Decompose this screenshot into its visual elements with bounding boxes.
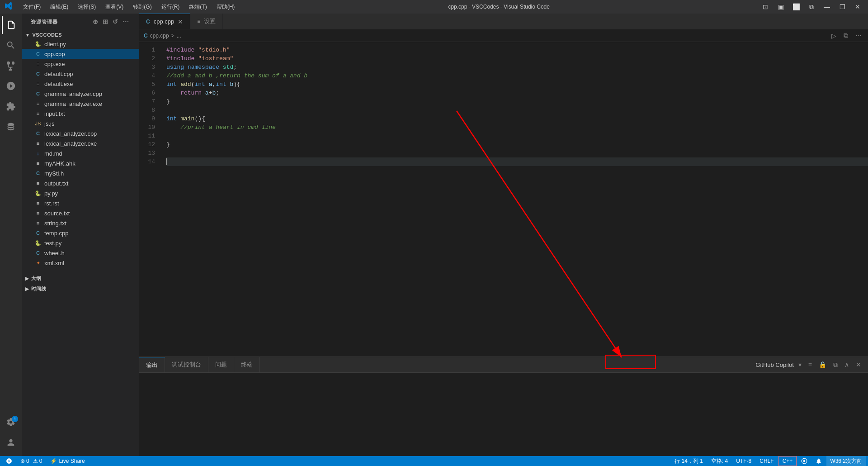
run-file-icon[interactable]: ▷ <box>830 31 838 40</box>
file-item[interactable]: C default.cpp <box>22 69 139 79</box>
file-item[interactable]: ≡ cpp.exe <box>22 59 139 69</box>
live-share-item[interactable]: ⚡ Live Share <box>47 456 88 466</box>
cpp-file-icon: C <box>34 70 42 77</box>
more-actions-icon[interactable]: ⋯ <box>854 31 863 40</box>
panel-tab-output[interactable]: 输出 <box>139 357 165 373</box>
activity-database-icon[interactable] <box>2 118 20 136</box>
file-item[interactable]: JS js.js <box>22 119 139 128</box>
menu-edit[interactable]: 编辑(E) <box>47 2 72 12</box>
file-item[interactable]: ≡ rst.rst <box>22 198 139 208</box>
minimize-button[interactable]: — <box>821 2 833 11</box>
split-editor-icon[interactable]: ⧉ <box>842 31 850 40</box>
file-item[interactable]: 🐍 py.py <box>22 188 139 198</box>
file-item[interactable]: ✦ xml.xml <box>22 258 139 268</box>
restore-button[interactable]: ❐ <box>836 2 848 11</box>
tab-settings-icon: ≡ <box>197 18 200 24</box>
panel-tab-debug[interactable]: 调试控制台 <box>165 357 208 373</box>
panel-close-button[interactable]: ✕ <box>854 360 863 370</box>
file-item[interactable]: C wheel.h <box>22 248 139 258</box>
menu-run[interactable]: 运行(R) <box>158 2 184 12</box>
file-item[interactable]: ↓ md.md <box>22 148 139 158</box>
file-item[interactable]: ≡ input.txt <box>22 109 139 119</box>
remote-status-item[interactable] <box>2 456 16 466</box>
file-name: myStl.h <box>44 170 64 177</box>
file-item[interactable]: ≡ default.exe <box>22 79 139 89</box>
tab-cpp-cpp[interactable]: C cpp.cpp ✕ <box>139 14 190 29</box>
tab-settings[interactable]: ≡ 设置 <box>190 14 223 29</box>
menu-help[interactable]: 帮助(H) <box>213 2 239 12</box>
code-line-10: //print a heart in cmd line <box>166 123 868 132</box>
spaces-item[interactable]: 空格: 4 <box>708 456 731 466</box>
panel-lock-icon[interactable]: 🔒 <box>816 360 829 370</box>
notifications-item[interactable] <box>812 456 826 466</box>
menu-terminal[interactable]: 终端(T) <box>185 2 210 12</box>
toolbar-actions: ▷ ⧉ ⋯ <box>830 31 863 40</box>
timeline-label: 时间线 <box>31 285 46 292</box>
panel-collapse-icon[interactable]: ∧ <box>842 360 851 370</box>
menu-view[interactable]: 查看(V) <box>102 2 127 12</box>
code-editor[interactable]: #include "stdio.h" #include "iostream" u… <box>162 42 868 357</box>
md-file-icon: ↓ <box>34 150 42 157</box>
new-folder-icon[interactable]: ⊞ <box>102 17 109 26</box>
activity-settings-icon[interactable]: 1 <box>2 413 20 431</box>
breadcrumb-file[interactable]: cpp.cpp <box>150 33 169 39</box>
file-item[interactable]: C gramma_analyzer.cpp <box>22 89 139 99</box>
layout4-icon[interactable]: ⧉ <box>806 2 817 11</box>
breadcrumb-symbol[interactable]: ... <box>177 33 181 39</box>
layout3-icon[interactable]: ⬜ <box>790 2 802 11</box>
tab-close-button[interactable]: ✕ <box>178 18 183 25</box>
code-line-4: //add a and b ,return the sum of a and b <box>166 71 868 80</box>
panel-tab-terminal[interactable]: 终端 <box>234 357 260 373</box>
layout-icon[interactable]: ⊡ <box>760 2 771 11</box>
file-item[interactable]: ≡ gramma_analyzer.exe <box>22 99 139 109</box>
txt-file-icon: ≡ <box>34 209 42 217</box>
line-ending-item[interactable]: CRLF <box>756 456 777 466</box>
panel-dropdown-icon[interactable]: ▾ <box>796 360 804 370</box>
close-button[interactable]: ✕ <box>852 2 863 11</box>
file-name: input.txt <box>44 110 65 117</box>
outline-section[interactable]: ▶ 大纲 <box>22 273 139 284</box>
menu-goto[interactable]: 转到(G) <box>129 2 155 12</box>
file-name: lexical_analyzer.exe <box>44 140 97 147</box>
activity-source-control-icon[interactable] <box>2 57 20 75</box>
file-item[interactable]: C myStl.h <box>22 168 139 178</box>
activity-account-icon[interactable] <box>2 433 20 452</box>
panel-tab-problems[interactable]: 问题 <box>208 357 234 373</box>
status-bar: ⊗ 0 ⚠ 0 ⚡ Live Share 行 14，列 1 空格: 4 UTF-… <box>0 456 868 466</box>
activity-run-icon[interactable] <box>2 77 20 95</box>
errors-item[interactable]: ⊗ 0 <box>20 458 29 464</box>
copilot-item[interactable] <box>797 456 811 466</box>
collapse-icon[interactable]: ⋯ <box>122 17 130 26</box>
file-item[interactable]: ≡ myAHK.ahk <box>22 158 139 168</box>
activity-search-icon[interactable] <box>2 36 20 54</box>
warnings-item[interactable]: ⚠ 0 <box>33 458 42 464</box>
editor-area[interactable]: 12345 678910 11121314 #include "stdio.h"… <box>139 42 868 357</box>
encoding-item[interactable]: UTF-8 <box>732 456 755 466</box>
xml-file-icon: ✦ <box>34 259 42 266</box>
menu-file[interactable]: 文件(F) <box>19 2 44 12</box>
file-item[interactable]: ≡ output.txt <box>22 178 139 188</box>
refresh-icon[interactable]: ↺ <box>112 17 119 26</box>
file-item[interactable]: C lexical_analyzer.cpp <box>22 128 139 138</box>
file-item[interactable]: C temp.cpp <box>22 228 139 238</box>
file-item[interactable]: ≡ string.txt <box>22 218 139 228</box>
cursor-position-item[interactable]: 行 14，列 1 <box>671 456 707 466</box>
file-item[interactable]: 🐍 client.py <box>22 39 139 49</box>
file-name: default.cpp <box>44 71 73 77</box>
extra-status-item[interactable]: W36 2次方向 <box>826 456 866 466</box>
layout2-icon[interactable]: ▣ <box>775 2 787 11</box>
file-item[interactable]: ≡ source.txt <box>22 208 139 218</box>
file-item[interactable]: 🐍 test.py <box>22 238 139 248</box>
menu-select[interactable]: 选择(S) <box>74 2 99 12</box>
new-file-icon[interactable]: ⊕ <box>92 17 99 26</box>
panel-copy-icon[interactable]: ⧉ <box>831 360 840 370</box>
activity-extensions-icon[interactable] <box>2 97 20 115</box>
activity-explorer-icon[interactable] <box>2 16 20 34</box>
file-item-cpp-cpp[interactable]: C cpp.cpp <box>22 49 139 59</box>
panel-list-icon[interactable]: ≡ <box>806 360 814 370</box>
file-item[interactable]: ≡ lexical_analyzer.exe <box>22 138 139 148</box>
breadcrumb-sep: > <box>171 33 175 39</box>
timeline-section[interactable]: ▶ 时间线 <box>22 284 139 294</box>
language-item[interactable]: C++ <box>778 456 797 466</box>
vsccodes-folder[interactable]: ▼ VSCCODES <box>22 31 139 39</box>
